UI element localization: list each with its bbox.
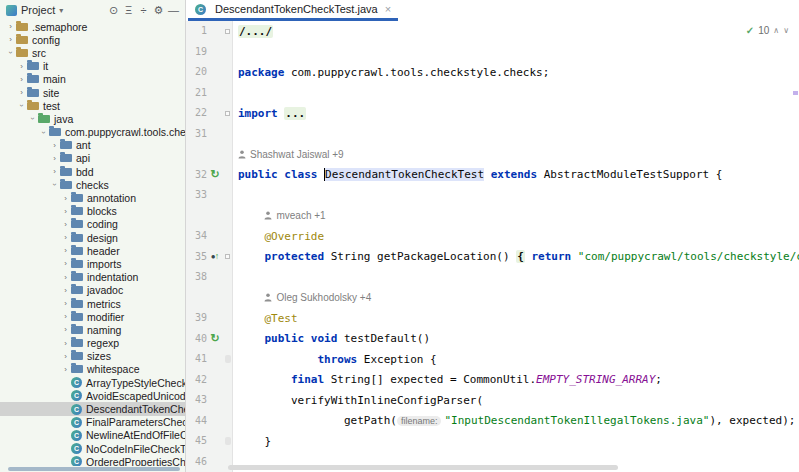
tree-item-site[interactable]: ›site: [0, 86, 185, 99]
tree-item-regexp[interactable]: ›regexp: [0, 337, 185, 350]
tree-item-java[interactable]: ›java: [0, 112, 185, 125]
code-editor-surface[interactable]: ✓ 10 ∧ ∨ 1/.../1920package com.puppycraw…: [186, 21, 799, 472]
fold-marker[interactable]: [223, 431, 233, 452]
overrides-icon[interactable]: ●↑: [207, 247, 223, 268]
settings-gear-icon[interactable]: ⚙: [151, 2, 166, 18]
next-problem-icon[interactable]: ∨: [783, 26, 789, 35]
fold-marker[interactable]: [223, 21, 233, 42]
code-line-text[interactable]: verifyWithInlineConfigParser(: [233, 394, 483, 407]
tree-item-arraytypestylechecktest[interactable]: CArrayTypeStyleCheckTest: [0, 376, 185, 389]
run-test-icon[interactable]: ↻: [207, 165, 223, 186]
code-line-text[interactable]: import ...: [233, 107, 306, 120]
chevron-open-icon[interactable]: ›: [38, 126, 49, 139]
tab-descendant-token-check-test[interactable]: C DescendantTokenCheckTest.java ×: [188, 0, 398, 21]
chevron-closed-icon[interactable]: ›: [60, 244, 71, 257]
code-vision-row[interactable]: mveach +1: [186, 206, 799, 227]
tree-item-header[interactable]: ›header: [0, 244, 185, 257]
chevron-open-icon[interactable]: ›: [5, 46, 16, 59]
tree-item-config[interactable]: ›config: [0, 33, 185, 46]
code-line-text[interactable]: /.../: [233, 25, 273, 38]
tree-item-it[interactable]: ›it: [0, 60, 185, 73]
close-tab-icon[interactable]: ×: [385, 3, 391, 15]
chevron-closed-icon[interactable]: ›: [60, 192, 71, 205]
tree-item-com-puppycrawl-tools-checkstyle[interactable]: ›com.puppycrawl.tools.checkstyle: [0, 126, 185, 139]
code-line-text[interactable]: public void testDefault(): [233, 332, 430, 345]
tree-item-api[interactable]: ›api: [0, 152, 185, 165]
expand-all-icon[interactable]: Ξ: [121, 2, 136, 18]
tree-item-src[interactable]: ›src: [0, 46, 185, 59]
tree-item--semaphore[interactable]: ›.semaphore: [0, 20, 185, 33]
chevron-closed-icon[interactable]: ›: [16, 73, 27, 86]
fold-marker[interactable]: [223, 349, 233, 370]
code-line-text[interactable]: @Test: [233, 312, 298, 325]
code-vision-author[interactable]: Oleg Sukhodolsky +4: [264, 292, 371, 303]
code-line-text[interactable]: protected String getPackageLocation() { …: [233, 250, 799, 263]
chevron-closed-icon[interactable]: ›: [60, 310, 71, 323]
chevron-closed-icon[interactable]: ›: [60, 337, 71, 350]
chevron-closed-icon[interactable]: ›: [5, 20, 16, 33]
code-line[interactable]: 19: [186, 42, 799, 63]
tree-item-naming[interactable]: ›naming: [0, 323, 185, 336]
code-line[interactable]: 34 @Override: [186, 226, 799, 247]
chevron-closed-icon[interactable]: ›: [60, 218, 71, 231]
run-test-icon[interactable]: ↻: [207, 329, 223, 350]
tree-horizontal-scrollbar[interactable]: [8, 467, 180, 471]
collapse-all-icon[interactable]: ÷: [136, 2, 151, 18]
hide-panel-icon[interactable]: —: [166, 2, 181, 18]
tree-item-ant[interactable]: ›ant: [0, 139, 185, 152]
code-line[interactable]: 42 final String[] expected = CommonUtil.…: [186, 370, 799, 391]
editor-horizontal-scrollbar[interactable]: [228, 465, 618, 470]
chevron-closed-icon[interactable]: ›: [60, 363, 71, 376]
tree-item-modifier[interactable]: ›modifier: [0, 310, 185, 323]
code-vision-row[interactable]: Oleg Sukhodolsky +4: [186, 288, 799, 309]
code-line[interactable]: 33: [186, 185, 799, 206]
fold-marker[interactable]: [223, 247, 233, 268]
tree-item-javadoc[interactable]: ›javadoc: [0, 284, 185, 297]
tree-item-design[interactable]: ›design: [0, 231, 185, 244]
code-line-text[interactable]: }: [233, 435, 271, 448]
chevron-closed-icon[interactable]: ›: [60, 205, 71, 218]
chevron-closed-icon[interactable]: ›: [49, 165, 60, 178]
chevron-closed-icon[interactable]: ›: [60, 284, 71, 297]
inspections-widget[interactable]: ✓ 10 ∧ ∨: [746, 25, 789, 36]
tree-item-bdd[interactable]: ›bdd: [0, 165, 185, 178]
tree-item-blocks[interactable]: ›blocks: [0, 205, 185, 218]
code-line[interactable]: 1/.../: [186, 21, 799, 42]
project-tree[interactable]: ›.semaphore›config›src›it›main›site›test…: [0, 20, 185, 466]
chevron-open-icon[interactable]: ›: [16, 99, 27, 112]
chevron-closed-icon[interactable]: ›: [60, 350, 71, 363]
code-line[interactable]: 39 @Test: [186, 308, 799, 329]
tree-item-orderedpropertieschecktest[interactable]: COrderedPropertiesCheckTest: [0, 455, 185, 466]
chevron-open-icon[interactable]: ›: [27, 112, 38, 125]
code-line-text[interactable]: getPath(filename:"InputDescendantTokenIl…: [233, 414, 795, 427]
code-line[interactable]: 35●↑ protected String getPackageLocation…: [186, 247, 799, 268]
code-vision-author[interactable]: mveach +1: [264, 210, 325, 221]
code-line-text[interactable]: @Override: [233, 230, 324, 243]
chevron-closed-icon[interactable]: ›: [60, 323, 71, 336]
locate-icon[interactable]: ⊙: [106, 2, 121, 18]
tree-item-annotation[interactable]: ›annotation: [0, 191, 185, 204]
code-line[interactable]: 38: [186, 267, 799, 288]
tree-item-indentation[interactable]: ›indentation: [0, 271, 185, 284]
chevron-closed-icon[interactable]: ›: [49, 152, 60, 165]
code-line-text[interactable]: package com.puppycrawl.tools.checkstyle.…: [233, 66, 549, 79]
tree-item-finalparameterschecktest[interactable]: CFinalParametersCheckTest: [0, 416, 185, 429]
tree-item-sizes[interactable]: ›sizes: [0, 350, 185, 363]
tree-item-whitespace[interactable]: ›whitespace: [0, 363, 185, 376]
project-dropdown-caret-icon[interactable]: ▾: [59, 6, 63, 15]
code-line[interactable]: 31: [186, 124, 799, 145]
tree-item-avoidescapedunicodecharacterschecktest[interactable]: CAvoidEscapedUnicodeCharactersCheckTest: [0, 389, 185, 402]
code-line[interactable]: 20package com.puppycrawl.tools.checkstyl…: [186, 62, 799, 83]
code-line-text[interactable]: public class DescendantTokenCheckTest ex…: [233, 168, 722, 181]
code-vision-author[interactable]: Shashwat Jaiswal +9: [238, 149, 344, 160]
previous-problem-icon[interactable]: ∧: [773, 26, 779, 35]
code-line[interactable]: 32↻public class DescendantTokenCheckTest…: [186, 165, 799, 186]
tree-item-descendanttokenchecktest[interactable]: CDescendantTokenCheckTest: [0, 402, 185, 415]
code-line[interactable]: 21: [186, 83, 799, 104]
code-line[interactable]: 41 throws Exception {: [186, 349, 799, 370]
code-line-text[interactable]: final String[] expected = CommonUtil.EMP…: [233, 373, 662, 386]
chevron-closed-icon[interactable]: ›: [60, 231, 71, 244]
chevron-closed-icon[interactable]: ›: [60, 297, 71, 310]
code-line[interactable]: 22import ...: [186, 103, 799, 124]
tree-item-test[interactable]: ›test: [0, 99, 185, 112]
